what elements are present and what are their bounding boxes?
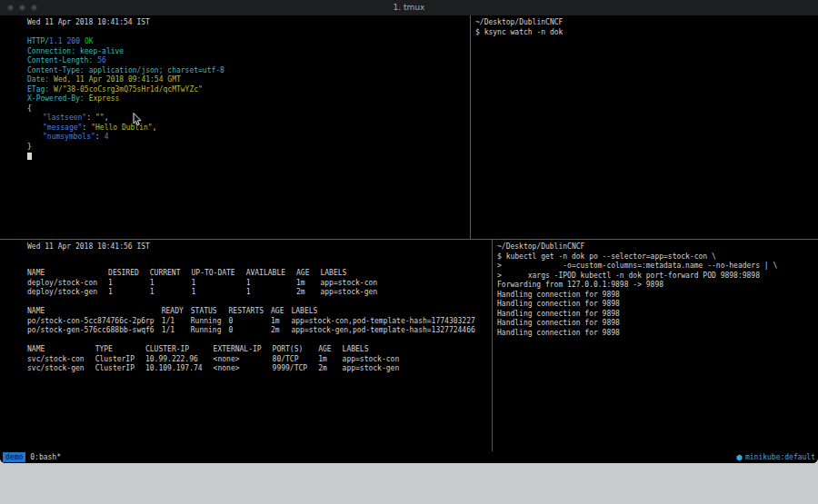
column-header: EXTERNAL-IP <box>214 345 273 355</box>
json-key: "numsymbols" <box>43 133 95 141</box>
cell: 1 <box>246 279 296 289</box>
column-header: AGE <box>296 269 320 279</box>
cell: 10.109.197.74 <box>145 364 214 374</box>
command-continuation-line: > -o=custom-columns=:metadata.name --no-… <box>497 262 818 272</box>
cell: 1 <box>108 279 150 289</box>
cell: 1 <box>246 288 296 298</box>
cell: 1 <box>108 288 150 298</box>
pane-http-response[interactable]: Wed 11 Apr 2018 10:41:54 IST HTTP/1.1200… <box>0 15 470 239</box>
json-field: "numsymbols":4 <box>27 133 470 143</box>
cell: svc/stock-gen <box>27 364 95 374</box>
json-key: "lastseen" <box>43 114 86 122</box>
http-protocol: HTTP/ <box>27 37 49 45</box>
column-header: AGE <box>318 345 342 355</box>
http-header: X-Powered-By:Express <box>27 94 470 104</box>
cell: 10.99.222.96 <box>145 355 214 365</box>
table-row: deploy/stock-con11111mapp=stock-con <box>27 279 388 289</box>
connection-log-line: Handling connection for 9898 <box>497 319 818 329</box>
timestamp: Wed 11 Apr 2018 10:41:54 IST <box>27 18 470 28</box>
pane-port-forward[interactable]: ~/Desktop/DublinCNCF $ kubectl get -n do… <box>493 240 818 451</box>
status-left: demo0:bash* <box>3 452 61 462</box>
http-header: Date:Wed, 11 Apr 2018 09:41:54 GMT <box>27 75 470 85</box>
column-header: TYPE <box>95 345 145 355</box>
pane-divider-horizontal[interactable] <box>0 239 818 240</box>
header-name: ETag: <box>27 85 49 94</box>
cell: app=stock-gen,pod-template-hash=13277244… <box>291 326 482 336</box>
header-value: Express <box>89 94 120 103</box>
column-header: NAME <box>27 345 95 355</box>
mouse-pointer-icon <box>133 113 143 126</box>
cell: po/stock-con-5cc874766c-2p6rp <box>27 317 162 327</box>
cell: 2m <box>296 288 320 298</box>
pods-table: NAMEREADYSTATUSRESTARTSAGELABELS po/stoc… <box>27 307 483 336</box>
cell: <none> <box>214 364 273 374</box>
cell: 1 <box>192 279 246 289</box>
table-row: svc/stock-conClusterIP10.99.222.96<none>… <box>27 355 410 365</box>
cell: 1/1 <box>162 317 191 327</box>
timestamp: Wed 11 Apr 2018 10:41:56 IST <box>27 242 492 252</box>
column-header: STATUS <box>191 307 229 317</box>
command-line: $ ksync watch -n dok <box>475 28 818 38</box>
column-header: AGE <box>271 307 291 317</box>
http-status-line: HTTP/1.1200OK <box>27 37 470 47</box>
json-value: 4 <box>105 133 109 141</box>
cell: 9999/TCP <box>273 364 319 374</box>
pane-divider-vertical-bottom[interactable] <box>492 240 493 451</box>
header-name: Content-Length: <box>27 56 93 64</box>
cell: <none> <box>214 355 273 365</box>
cell: deploy/stock-con <box>27 279 108 289</box>
cell: app=stock-con <box>343 355 411 365</box>
status-right: minikube:default <box>736 453 815 461</box>
window-titlebar[interactable]: 1. tmux <box>0 0 818 15</box>
http-status-reason: OK <box>85 37 94 45</box>
prompt-path: ~/Desktop/DublinCNCF <box>497 242 818 252</box>
table-row: po/stock-con-5cc874766c-2p6rp1/1Running0… <box>27 317 483 327</box>
minimize-button[interactable] <box>19 5 25 11</box>
pane-ksync[interactable]: ~/Desktop/DublinCNCF $ ksync watch -n do… <box>471 15 818 239</box>
window-title: 1. tmux <box>0 0 818 15</box>
cell: 2m <box>318 364 342 374</box>
header-value: 56 <box>97 56 106 64</box>
json-colon: : <box>86 114 91 122</box>
http-version: 1.1 <box>49 37 62 45</box>
command-continuation-line: > xargs -IPOD kubectl -n dok port-forwar… <box>497 272 818 282</box>
column-header: CURRENT <box>150 269 192 279</box>
json-value: "Hello Dublin" <box>91 124 152 132</box>
json-key: "message" <box>43 124 82 132</box>
column-header: DESIRED <box>108 269 150 279</box>
cursor-line <box>27 152 470 162</box>
header-name: X-Powered-By: <box>27 94 85 103</box>
hexagon-icon <box>736 454 743 461</box>
pane-divider-vertical-top[interactable] <box>470 15 471 239</box>
tmux-status-bar: demo0:bash* minikube:default <box>0 451 818 463</box>
http-status-code: 200 <box>67 37 80 45</box>
cell: 1m <box>271 317 291 327</box>
table-header-row: NAMEDESIREDCURRENTUP-TO-DATEAVAILABLEAGE… <box>27 269 388 279</box>
cell: app=stock-con,pod-template-hash=17743032… <box>291 317 482 327</box>
json-field: "lastseen":"", <box>27 114 470 124</box>
column-header: CLUSTER-IP <box>145 345 214 355</box>
table-header-row: NAMEREADYSTATUSRESTARTSAGELABELS <box>27 307 483 317</box>
json-open-brace: { <box>27 104 470 114</box>
pane-kubectl-get[interactable]: Wed 11 Apr 2018 10:41:56 IST NAMEDESIRED… <box>0 240 492 451</box>
cell: 1 <box>150 288 192 298</box>
http-header: ETag:W/"38-05coCsrg3mQ75sHr1d/qcMTwYZc" <box>27 85 470 95</box>
cell: app=stock-gen <box>320 288 388 298</box>
port-forward-output: Forwarding from 127.0.0.1:9898 -> 9898 <box>497 281 818 291</box>
cell: po/stock-gen-576cc688bb-swqf6 <box>27 326 162 336</box>
prompt-path: ~/Desktop/DublinCNCF <box>475 18 818 28</box>
window-tab[interactable]: 0:bash* <box>30 453 61 461</box>
cell: svc/stock-con <box>27 355 95 365</box>
connection-log-line: Handling connection for 9898 <box>497 329 818 339</box>
http-header: Content-Length:56 <box>27 56 470 66</box>
http-header: Content-Type:application/json; charset=u… <box>27 66 470 76</box>
zoom-button[interactable] <box>31 5 37 11</box>
column-header: LABELS <box>320 269 388 279</box>
column-header: NAME <box>27 307 162 317</box>
window-controls <box>7 5 37 11</box>
column-header: READY <box>162 307 191 317</box>
close-button[interactable] <box>7 5 14 11</box>
terminal-cursor <box>27 153 32 160</box>
deployments-table: NAMEDESIREDCURRENTUP-TO-DATEAVAILABLEAGE… <box>27 269 388 298</box>
cell: app=stock-gen <box>343 364 411 374</box>
